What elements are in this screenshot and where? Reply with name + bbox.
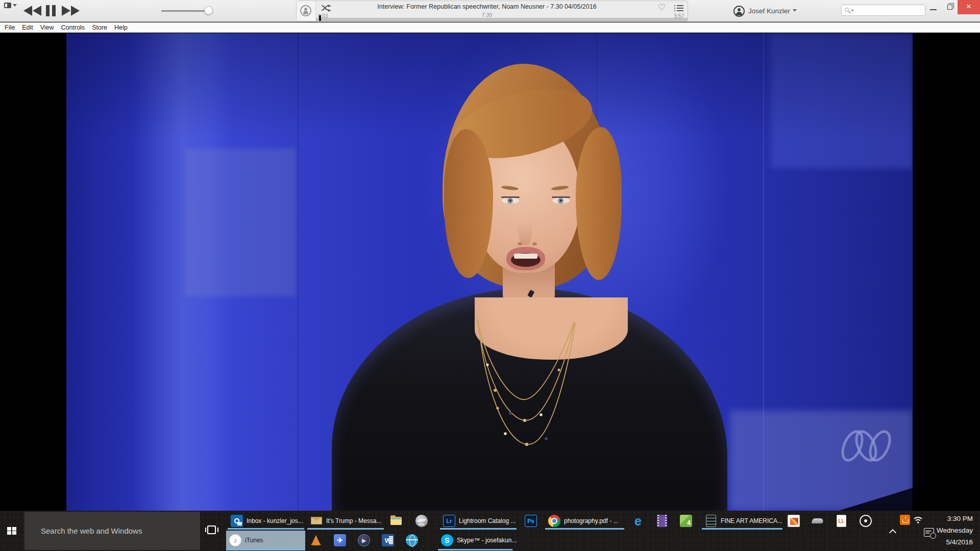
menu-help[interactable]: Help xyxy=(114,24,128,31)
clock-day: Wednesday xyxy=(914,527,973,534)
close-button[interactable]: × xyxy=(958,0,980,14)
filmstrip-icon xyxy=(657,515,667,527)
eyelid xyxy=(501,196,520,198)
document-ll-icon: LL xyxy=(837,515,846,527)
taskbar-item-edge[interactable]: e xyxy=(629,512,653,530)
taskbar-item-sphere-app[interactable] xyxy=(403,532,427,549)
skype-icon: S xyxy=(441,534,453,546)
running-indicator xyxy=(702,528,782,530)
progress-bar[interactable] xyxy=(316,18,688,21)
nose xyxy=(518,202,532,245)
view-switcher-icon[interactable] xyxy=(4,3,11,8)
taskbar-clock[interactable]: 3:30 PM Wednesday 5/4/2016 xyxy=(914,511,973,551)
taskbar-item-file-explorer[interactable] xyxy=(387,512,411,530)
taskbar-item-film-app[interactable] xyxy=(653,512,677,530)
taskbar-item-lightroom[interactable]: Lr Lightroom Catalog ... xyxy=(440,512,518,530)
nostril xyxy=(518,242,522,245)
search-input[interactable] xyxy=(841,5,925,16)
taskbar-item-photo-viewer[interactable] xyxy=(785,512,808,530)
task-view-button[interactable] xyxy=(205,525,218,536)
taskbar-item-flight-app[interactable]: ✈ xyxy=(331,532,355,549)
globe-sphere-icon xyxy=(406,534,418,546)
mail-icon xyxy=(310,515,323,527)
studio-light-band xyxy=(133,33,232,511)
java-tray-icon[interactable] xyxy=(900,515,910,525)
pause-button[interactable] xyxy=(45,5,57,17)
up-next-icon[interactable] xyxy=(674,5,683,11)
taskbar-item-chrome-pdf[interactable]: photography.pdf - ... xyxy=(545,512,625,530)
abc-logo-watermark xyxy=(838,424,894,468)
taskbar-item-scanner[interactable] xyxy=(808,512,832,530)
track-subtitle: 7.30 xyxy=(327,12,647,18)
nostril xyxy=(532,242,537,245)
menu-controls[interactable]: Controls xyxy=(61,24,85,31)
track-title: Interview: Former Republican speechwrite… xyxy=(327,3,647,10)
airplane-icon: ✈ xyxy=(334,534,346,546)
running-indicator xyxy=(307,528,384,530)
search-icon xyxy=(845,8,849,12)
chevron-down-icon xyxy=(851,10,854,12)
taskbar-item-skype[interactable]: S Skype™ - josefakun... xyxy=(438,532,513,549)
windows-taskbar: Search the web and Windows O Inbox - kun… xyxy=(0,511,980,551)
word-icon: W xyxy=(382,534,394,546)
taskbar-item-outlook[interactable]: O Inbox - kunzler_jos... xyxy=(228,512,305,530)
volume-slider-thumb[interactable] xyxy=(204,6,213,15)
necklace-clip xyxy=(527,290,534,298)
globe-pro-icon: PRO xyxy=(415,515,428,527)
taskbar-item-mail[interactable]: It's Trump - Messa... xyxy=(307,512,385,530)
menu-bar: File Edit View Controls Store Help xyxy=(0,22,980,33)
scanner-icon xyxy=(812,515,824,527)
taskbar-item-elements4[interactable]: 4 xyxy=(677,512,701,530)
taskbar-item-doc-ll[interactable]: LL xyxy=(832,512,856,530)
taskbar-item-notepad[interactable]: FINE ART AMERICA... xyxy=(702,512,783,530)
presenter-hair-right xyxy=(576,127,622,280)
video-frame[interactable] xyxy=(66,33,913,511)
taskbar-item-media-player[interactable]: ▶ xyxy=(355,532,379,549)
eyelid xyxy=(552,196,570,198)
elements4-icon: 4 xyxy=(680,515,692,527)
rewind-button[interactable] xyxy=(22,5,42,17)
chevron-down-icon[interactable] xyxy=(793,9,797,12)
taskbar-item-google-earth[interactable]: PRO xyxy=(412,512,436,530)
photo-collage-icon xyxy=(788,515,800,527)
necklace xyxy=(464,288,597,482)
menu-store[interactable]: Store xyxy=(92,24,107,31)
running-indicator xyxy=(545,528,624,530)
video-stage xyxy=(0,33,980,511)
podcast-icon xyxy=(300,5,311,16)
studio-panel xyxy=(771,33,913,168)
panel-seam xyxy=(763,33,764,511)
minimize-button[interactable] xyxy=(930,9,937,10)
account-name[interactable]: Josef Kunzler xyxy=(748,7,790,15)
clock-time: 3:30 PM xyxy=(914,515,973,522)
windows-logo-icon xyxy=(7,527,16,535)
taskbar-item-record-app[interactable] xyxy=(856,512,880,530)
start-button[interactable] xyxy=(0,511,24,551)
record-circle-icon xyxy=(860,515,872,527)
outlook-icon: O xyxy=(231,515,243,527)
now-playing-lcd: 0:03 Interview: Former Republican speech… xyxy=(296,1,688,21)
love-heart-icon[interactable]: ♡ xyxy=(658,3,666,12)
restore-button[interactable] xyxy=(947,5,952,10)
notepad-icon xyxy=(706,515,716,527)
menu-edit[interactable]: Edit xyxy=(22,24,33,31)
menu-file[interactable]: File xyxy=(5,24,15,31)
fast-forward-button[interactable] xyxy=(61,5,81,17)
tray-chevron-up-icon[interactable] xyxy=(889,529,896,536)
running-indicator xyxy=(226,549,305,550)
taskbar-item-word[interactable]: W xyxy=(379,532,403,549)
taskbar-search-input[interactable]: Search the web and Windows xyxy=(24,512,200,550)
menu-view[interactable]: View xyxy=(40,24,54,31)
eye xyxy=(502,197,519,204)
artwork-tile xyxy=(297,1,316,21)
chevron-down-icon[interactable] xyxy=(13,4,17,7)
account-avatar-icon[interactable] xyxy=(733,6,745,17)
taskbar-item-itunes[interactable]: ♪ iTunes xyxy=(226,532,305,549)
taskbar-search-placeholder: Search the web and Windows xyxy=(24,527,142,535)
taskbar-item-vlc[interactable] xyxy=(307,532,331,549)
chrome-icon xyxy=(548,515,560,527)
mouth xyxy=(506,247,545,270)
progress-marker[interactable] xyxy=(319,15,321,21)
taskbar-item-photoshop[interactable]: Ps xyxy=(522,512,546,530)
clock-date: 5/4/2016 xyxy=(914,538,973,546)
